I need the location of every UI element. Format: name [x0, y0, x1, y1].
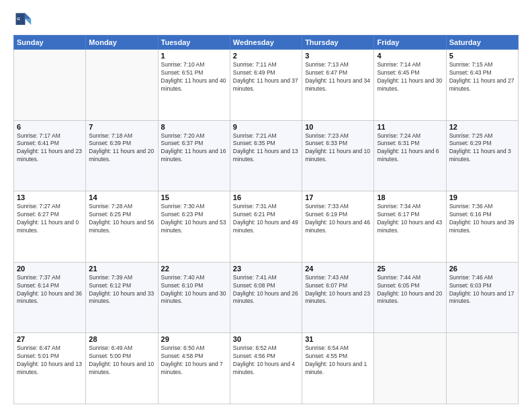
svg-marker-1	[26, 19, 32, 25]
weekday-header-monday: Monday	[86, 36, 158, 50]
weekday-header-saturday: Saturday	[446, 36, 518, 50]
day-number: 4	[377, 52, 443, 60]
day-info: Sunrise: 7:18 AM Sunset: 6:39 PM Dayligh…	[89, 132, 154, 165]
calendar-cell: 13Sunrise: 7:27 AM Sunset: 6:27 PM Dayli…	[14, 191, 86, 263]
calendar-cell: 8Sunrise: 7:20 AM Sunset: 6:37 PM Daylig…	[158, 120, 230, 191]
weekday-header-tuesday: Tuesday	[158, 36, 230, 50]
calendar-week-1: 1Sunrise: 7:10 AM Sunset: 6:51 PM Daylig…	[14, 50, 519, 121]
day-number: 18	[377, 193, 443, 201]
day-info: Sunrise: 7:30 AM Sunset: 6:23 PM Dayligh…	[161, 203, 227, 235]
svg-marker-0	[26, 13, 32, 19]
day-number: 31	[305, 335, 371, 343]
calendar-cell: 3Sunrise: 7:13 AM Sunset: 6:47 PM Daylig…	[302, 50, 374, 121]
calendar-cell: 10Sunrise: 7:23 AM Sunset: 6:33 PM Dayli…	[302, 120, 374, 191]
day-number: 30	[233, 335, 299, 343]
calendar-cell: 19Sunrise: 7:36 AM Sunset: 6:16 PM Dayli…	[446, 191, 518, 263]
day-info: Sunrise: 7:24 AM Sunset: 6:31 PM Dayligh…	[377, 132, 443, 165]
day-number: 13	[17, 193, 83, 201]
day-info: Sunrise: 7:33 AM Sunset: 6:19 PM Dayligh…	[305, 203, 371, 235]
weekday-header-sunday: Sunday	[14, 36, 86, 50]
svg-text:G: G	[17, 16, 20, 21]
day-info: Sunrise: 6:49 AM Sunset: 5:00 PM Dayligh…	[89, 345, 154, 377]
calendar-cell: 9Sunrise: 7:21 AM Sunset: 6:35 PM Daylig…	[230, 120, 302, 191]
calendar-cell: 11Sunrise: 7:24 AM Sunset: 6:31 PM Dayli…	[374, 120, 446, 191]
day-info: Sunrise: 7:46 AM Sunset: 6:03 PM Dayligh…	[449, 274, 515, 306]
day-info: Sunrise: 7:27 AM Sunset: 6:27 PM Dayligh…	[17, 203, 83, 235]
day-number: 9	[233, 123, 299, 131]
day-info: Sunrise: 7:40 AM Sunset: 6:10 PM Dayligh…	[161, 274, 227, 306]
calendar-week-4: 20Sunrise: 7:37 AM Sunset: 6:14 PM Dayli…	[14, 262, 519, 333]
day-number: 8	[161, 123, 227, 131]
day-number: 23	[233, 265, 299, 273]
calendar-cell	[374, 333, 446, 404]
day-info: Sunrise: 7:10 AM Sunset: 6:51 PM Dayligh…	[161, 61, 227, 93]
calendar-cell: 16Sunrise: 7:31 AM Sunset: 6:21 PM Dayli…	[230, 191, 302, 263]
calendar-cell: 5Sunrise: 7:15 AM Sunset: 6:43 PM Daylig…	[446, 50, 518, 121]
day-number: 21	[89, 265, 154, 273]
calendar-cell: 23Sunrise: 7:41 AM Sunset: 6:08 PM Dayli…	[230, 262, 302, 333]
calendar-cell: 14Sunrise: 7:28 AM Sunset: 6:25 PM Dayli…	[86, 191, 158, 263]
calendar-cell: 2Sunrise: 7:11 AM Sunset: 6:49 PM Daylig…	[230, 50, 302, 121]
day-number: 2	[233, 52, 299, 60]
calendar-cell: 17Sunrise: 7:33 AM Sunset: 6:19 PM Dayli…	[302, 191, 374, 263]
day-info: Sunrise: 7:36 AM Sunset: 6:16 PM Dayligh…	[449, 203, 515, 235]
calendar-cell: 30Sunrise: 6:52 AM Sunset: 4:56 PM Dayli…	[230, 333, 302, 404]
day-number: 14	[89, 193, 154, 201]
day-info: Sunrise: 7:28 AM Sunset: 6:25 PM Dayligh…	[89, 203, 154, 235]
calendar-cell: 12Sunrise: 7:25 AM Sunset: 6:29 PM Dayli…	[446, 120, 518, 191]
calendar-cell: 4Sunrise: 7:14 AM Sunset: 6:45 PM Daylig…	[374, 50, 446, 121]
day-info: Sunrise: 7:39 AM Sunset: 6:12 PM Dayligh…	[89, 274, 154, 306]
calendar-cell: 25Sunrise: 7:44 AM Sunset: 6:05 PM Dayli…	[374, 262, 446, 333]
calendar-cell: 21Sunrise: 7:39 AM Sunset: 6:12 PM Dayli…	[86, 262, 158, 333]
calendar-cell	[86, 50, 158, 121]
day-number: 15	[161, 193, 227, 201]
day-info: Sunrise: 6:50 AM Sunset: 4:58 PM Dayligh…	[161, 345, 227, 377]
weekday-header-row: SundayMondayTuesdayWednesdayThursdayFrid…	[14, 36, 519, 50]
calendar-week-3: 13Sunrise: 7:27 AM Sunset: 6:27 PM Dayli…	[14, 191, 519, 263]
day-info: Sunrise: 6:54 AM Sunset: 4:55 PM Dayligh…	[305, 345, 371, 377]
day-info: Sunrise: 7:13 AM Sunset: 6:47 PM Dayligh…	[305, 61, 371, 93]
day-number: 26	[449, 265, 515, 273]
calendar-cell: 29Sunrise: 6:50 AM Sunset: 4:58 PM Dayli…	[158, 333, 230, 404]
logo-icon: G	[13, 11, 32, 30]
calendar-cell: 24Sunrise: 7:43 AM Sunset: 6:07 PM Dayli…	[302, 262, 374, 333]
day-number: 17	[305, 193, 371, 201]
day-number: 24	[305, 265, 371, 273]
calendar-cell: 22Sunrise: 7:40 AM Sunset: 6:10 PM Dayli…	[158, 262, 230, 333]
day-info: Sunrise: 6:52 AM Sunset: 4:56 PM Dayligh…	[233, 345, 299, 377]
day-number: 1	[161, 52, 227, 60]
day-info: Sunrise: 7:23 AM Sunset: 6:33 PM Dayligh…	[305, 132, 371, 165]
header: G	[13, 11, 519, 30]
calendar-cell: 1Sunrise: 7:10 AM Sunset: 6:51 PM Daylig…	[158, 50, 230, 121]
day-number: 27	[17, 335, 83, 343]
calendar-cell: 6Sunrise: 7:17 AM Sunset: 6:41 PM Daylig…	[14, 120, 86, 191]
calendar-cell: 26Sunrise: 7:46 AM Sunset: 6:03 PM Dayli…	[446, 262, 518, 333]
day-number: 6	[17, 123, 83, 131]
day-number: 19	[449, 193, 515, 201]
day-info: Sunrise: 7:43 AM Sunset: 6:07 PM Dayligh…	[305, 274, 371, 306]
day-info: Sunrise: 6:47 AM Sunset: 5:01 PM Dayligh…	[17, 345, 83, 377]
day-info: Sunrise: 7:15 AM Sunset: 6:43 PM Dayligh…	[449, 61, 515, 93]
day-info: Sunrise: 7:25 AM Sunset: 6:29 PM Dayligh…	[449, 132, 515, 165]
day-info: Sunrise: 7:20 AM Sunset: 6:37 PM Dayligh…	[161, 132, 227, 165]
day-number: 20	[17, 265, 83, 273]
calendar-cell: 7Sunrise: 7:18 AM Sunset: 6:39 PM Daylig…	[86, 120, 158, 191]
weekday-header-wednesday: Wednesday	[230, 36, 302, 50]
day-number: 16	[233, 193, 299, 201]
day-number: 11	[377, 123, 443, 131]
calendar-week-5: 27Sunrise: 6:47 AM Sunset: 5:01 PM Dayli…	[14, 333, 519, 404]
day-number: 10	[305, 123, 371, 131]
calendar-cell	[446, 333, 518, 404]
calendar-cell: 15Sunrise: 7:30 AM Sunset: 6:23 PM Dayli…	[158, 191, 230, 263]
calendar-cell: 28Sunrise: 6:49 AM Sunset: 5:00 PM Dayli…	[86, 333, 158, 404]
calendar-cell: 27Sunrise: 6:47 AM Sunset: 5:01 PM Dayli…	[14, 333, 86, 404]
calendar-cell: 18Sunrise: 7:34 AM Sunset: 6:17 PM Dayli…	[374, 191, 446, 263]
day-number: 3	[305, 52, 371, 60]
day-number: 5	[449, 52, 515, 60]
day-info: Sunrise: 7:41 AM Sunset: 6:08 PM Dayligh…	[233, 274, 299, 306]
day-info: Sunrise: 7:14 AM Sunset: 6:45 PM Dayligh…	[377, 61, 443, 93]
calendar-week-2: 6Sunrise: 7:17 AM Sunset: 6:41 PM Daylig…	[14, 120, 519, 191]
calendar-table: SundayMondayTuesdayWednesdayThursdayFrid…	[13, 35, 519, 404]
page: G SundayMondayTuesdayWednesdayThursdayFr…	[0, 0, 532, 411]
day-info: Sunrise: 7:17 AM Sunset: 6:41 PM Dayligh…	[17, 132, 83, 165]
